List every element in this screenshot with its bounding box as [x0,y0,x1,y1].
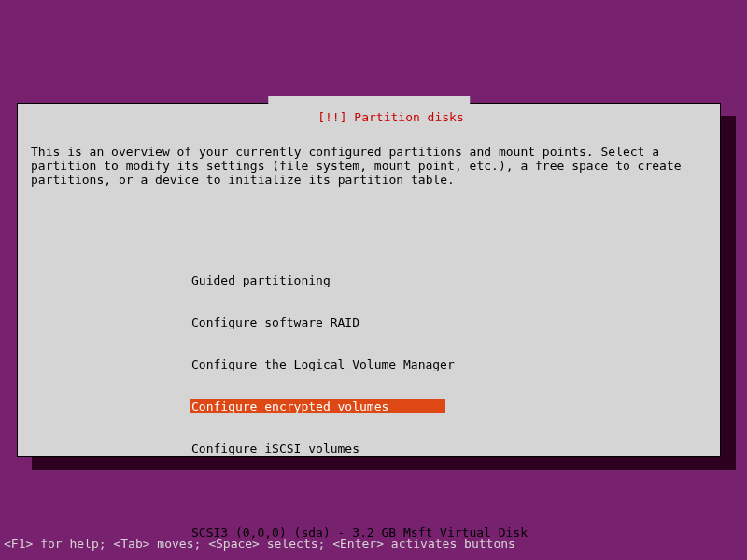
instructions-text: This is an overview of your currently co… [31,145,707,187]
partition-menu: Guided partitioning Configure software R… [190,245,600,560]
dialog-title-text: [!!] Partition disks [317,110,464,124]
help-footer: <F1> for help; <Tab> moves; <Space> sele… [0,537,747,551]
menu-spacer [190,483,600,497]
dialog-body: This is an overview of your currently co… [18,104,720,560]
menu-configure-raid[interactable]: Configure software RAID [190,315,600,329]
menu-configure-iscsi[interactable]: Configure iSCSI volumes [190,441,600,455]
partition-dialog: [!!] Partition disks This is an overview… [17,103,721,457]
dialog-title: [!!] Partition disks [268,96,470,138]
menu-configure-lvm[interactable]: Configure the Logical Volume Manager [190,357,600,371]
menu-configure-encrypted-volumes[interactable]: Configure encrypted volumes [190,399,445,413]
menu-guided-partitioning[interactable]: Guided partitioning [190,273,600,287]
